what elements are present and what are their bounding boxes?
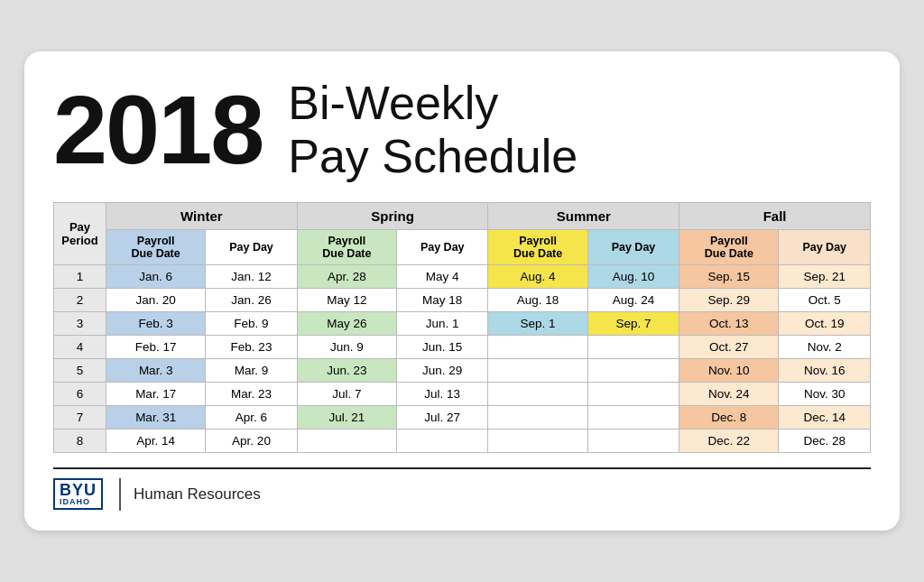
pay-period-cell: 2 bbox=[54, 288, 106, 311]
winter-due-cell: Mar. 31 bbox=[106, 405, 206, 429]
summer-pay-header: Pay Day bbox=[587, 229, 679, 264]
summer-due-cell: Sep. 1 bbox=[488, 311, 587, 335]
pay-period-cell: 8 bbox=[54, 429, 106, 452]
summer-due-cell bbox=[488, 335, 587, 358]
summer-due-cell bbox=[488, 358, 587, 382]
pay-schedule-table: Pay Period Winter Spring Summer Fall Pay… bbox=[53, 202, 871, 453]
summer-pay-cell: Sep. 7 bbox=[587, 311, 679, 335]
spring-due-cell: May 26 bbox=[297, 311, 396, 335]
winter-due-cell: Feb. 17 bbox=[106, 335, 206, 358]
fall-pay-cell: Dec. 14 bbox=[779, 405, 871, 429]
spring-due-cell: Jul. 7 bbox=[297, 382, 396, 405]
year: 2018 bbox=[53, 81, 263, 179]
spring-pay-header: Pay Day bbox=[397, 229, 488, 264]
spring-pay-cell: Jul. 27 bbox=[397, 405, 488, 429]
footer: BYU IDAHO Human Resources bbox=[53, 467, 871, 511]
fall-pay-cell: Nov. 16 bbox=[779, 358, 871, 382]
fall-pay-cell: Nov. 2 bbox=[779, 335, 871, 358]
spring-due-cell: Jul. 21 bbox=[297, 405, 396, 429]
fall-due-cell: Sep. 29 bbox=[679, 288, 779, 311]
footer-divider bbox=[119, 478, 121, 511]
spring-due-cell: May 12 bbox=[297, 288, 396, 311]
footer-org: Human Resources bbox=[134, 485, 261, 503]
summer-due-cell bbox=[488, 382, 587, 405]
summer-season-header: Summer bbox=[488, 202, 679, 229]
summer-due-cell: Aug. 4 bbox=[488, 264, 587, 288]
summer-pay-cell: Aug. 10 bbox=[587, 264, 679, 288]
fall-due-cell: Oct. 13 bbox=[679, 311, 779, 335]
fall-due-cell: Oct. 27 bbox=[679, 335, 779, 358]
fall-pay-cell: Nov. 30 bbox=[779, 382, 871, 405]
schedule-title: Bi-Weekly Pay Schedule bbox=[288, 77, 578, 181]
spring-pay-cell: May 4 bbox=[397, 264, 488, 288]
main-card: 2018 Bi-Weekly Pay Schedule Pay Period W… bbox=[24, 51, 900, 530]
fall-pay-header: Pay Day bbox=[779, 229, 871, 264]
winter-due-cell: Mar. 17 bbox=[106, 382, 206, 405]
byu-logo: BYU IDAHO bbox=[53, 478, 103, 510]
pay-period-cell: 1 bbox=[54, 264, 106, 288]
summer-pay-cell bbox=[587, 335, 679, 358]
fall-due-cell: Dec. 22 bbox=[679, 429, 779, 452]
pay-period-cell: 6 bbox=[54, 382, 106, 405]
winter-due-cell: Mar. 3 bbox=[106, 358, 206, 382]
fall-season-header: Fall bbox=[679, 202, 871, 229]
summer-pay-cell bbox=[587, 382, 679, 405]
fall-pay-cell: Oct. 19 bbox=[779, 311, 871, 335]
fall-due-header: PayrollDue Date bbox=[679, 229, 779, 264]
fall-pay-cell: Oct. 5 bbox=[779, 288, 871, 311]
winter-pay-cell: Jan. 12 bbox=[206, 264, 297, 288]
winter-due-cell: Jan. 6 bbox=[106, 264, 206, 288]
summer-due-cell: Aug. 18 bbox=[488, 288, 587, 311]
winter-pay-cell: Mar. 9 bbox=[206, 358, 297, 382]
spring-pay-cell: Jun. 1 bbox=[397, 311, 488, 335]
summer-due-cell bbox=[488, 429, 587, 452]
fall-due-cell: Nov. 24 bbox=[679, 382, 779, 405]
pay-period-cell: 5 bbox=[54, 358, 106, 382]
winter-pay-cell: Mar. 23 bbox=[206, 382, 297, 405]
fall-due-cell: Dec. 8 bbox=[679, 405, 779, 429]
fall-due-cell: Nov. 10 bbox=[679, 358, 779, 382]
spring-due-header: PayrollDue Date bbox=[297, 229, 396, 264]
winter-pay-cell: Feb. 23 bbox=[206, 335, 297, 358]
spring-due-cell bbox=[297, 429, 396, 452]
summer-pay-cell: Aug. 24 bbox=[587, 288, 679, 311]
spring-season-header: Spring bbox=[297, 202, 488, 229]
winter-season-header: Winter bbox=[106, 202, 298, 229]
spring-due-cell: Jun. 23 bbox=[297, 358, 396, 382]
header: 2018 Bi-Weekly Pay Schedule bbox=[53, 77, 871, 181]
pay-period-header: Pay Period bbox=[54, 202, 106, 264]
spring-pay-cell bbox=[397, 429, 488, 452]
winter-pay-cell: Jan. 26 bbox=[206, 288, 297, 311]
winter-due-header: PayrollDue Date bbox=[106, 229, 206, 264]
spring-pay-cell: Jun. 15 bbox=[397, 335, 488, 358]
winter-pay-cell: Apr. 6 bbox=[206, 405, 297, 429]
spring-due-cell: Jun. 9 bbox=[297, 335, 396, 358]
fall-pay-cell: Sep. 21 bbox=[779, 264, 871, 288]
winter-due-cell: Feb. 3 bbox=[106, 311, 206, 335]
winter-pay-cell: Feb. 9 bbox=[206, 311, 297, 335]
winter-pay-cell: Apr. 20 bbox=[206, 429, 297, 452]
pay-period-cell: 4 bbox=[54, 335, 106, 358]
pay-period-cell: 3 bbox=[54, 311, 106, 335]
summer-pay-cell bbox=[587, 429, 679, 452]
spring-pay-cell: May 18 bbox=[397, 288, 488, 311]
winter-due-cell: Jan. 20 bbox=[106, 288, 206, 311]
winter-pay-header: Pay Day bbox=[206, 229, 297, 264]
summer-pay-cell bbox=[587, 358, 679, 382]
winter-due-cell: Apr. 14 bbox=[106, 429, 206, 452]
spring-pay-cell: Jun. 29 bbox=[397, 358, 488, 382]
summer-pay-cell bbox=[587, 405, 679, 429]
summer-due-header: PayrollDue Date bbox=[488, 229, 587, 264]
summer-due-cell bbox=[488, 405, 587, 429]
spring-pay-cell: Jul. 13 bbox=[397, 382, 488, 405]
pay-period-cell: 7 bbox=[54, 405, 106, 429]
fall-due-cell: Sep. 15 bbox=[679, 264, 779, 288]
fall-pay-cell: Dec. 28 bbox=[779, 429, 871, 452]
spring-due-cell: Apr. 28 bbox=[297, 264, 396, 288]
